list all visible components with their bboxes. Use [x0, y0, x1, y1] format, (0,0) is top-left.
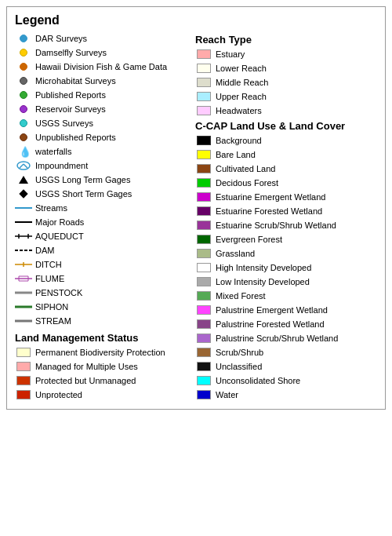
aqueduct-icon	[15, 230, 32, 242]
damselfly-icon	[15, 46, 32, 59]
palustrine-scrub-icon	[195, 332, 212, 345]
list-item: AQUEDUCT	[15, 230, 195, 242]
list-item: FLUME	[15, 272, 195, 285]
list-item: Cultivated Land	[195, 162, 377, 175]
list-item: Water	[195, 388, 377, 401]
list-item: Palustrine Scrub/Shrub Wetland	[195, 332, 377, 345]
list-item: Palustrine Emergent Wetland	[195, 304, 377, 316]
middle-reach-icon	[195, 76, 212, 89]
protected-unmanaged-icon	[15, 374, 32, 387]
list-item: Protected but Unmanaged	[15, 374, 195, 387]
list-item: Unpublished Reports	[15, 131, 195, 144]
list-item: Scrub/Shrub	[195, 346, 377, 359]
list-item: Estuarine Forested Wetland	[195, 205, 377, 217]
usgs-short-term-icon	[15, 188, 32, 200]
list-item: Upper Reach	[195, 90, 377, 103]
list-item: Major Roads	[15, 216, 195, 228]
scrub-shrub-icon	[195, 346, 212, 359]
list-item: Middle Reach	[195, 76, 377, 89]
list-item: USGS Long Term Gages	[15, 173, 195, 186]
grassland-icon	[195, 247, 212, 260]
upper-reach-icon	[195, 90, 212, 103]
palustrine-emergent-icon	[195, 304, 212, 316]
managed-multiple-uses-icon	[15, 360, 32, 373]
list-item: Background	[195, 134, 377, 147]
unclassified-icon	[195, 360, 212, 373]
list-item: Unclassified	[195, 360, 377, 373]
microhabitat-icon	[15, 75, 32, 87]
impoundment-icon	[15, 159, 32, 172]
background-icon	[195, 134, 212, 147]
low-intensity-developed-icon	[195, 275, 212, 288]
list-item: DAR Surveys	[15, 32, 195, 45]
decidous-forest-icon	[195, 177, 212, 189]
legend-box: Legend DAR Surveys Damselfly Surveys Haw…	[6, 6, 386, 410]
list-item: Bare Land	[195, 148, 377, 161]
evergreen-forest-icon	[195, 233, 212, 246]
list-item: PENSTOCK	[15, 286, 195, 299]
flume-icon	[15, 272, 32, 285]
right-column: Reach Type Estuary Lower Reach Middle Re…	[195, 32, 377, 403]
svg-line-2	[20, 164, 24, 168]
estuarine-forested-icon	[195, 205, 212, 217]
list-item: USGS Surveys	[15, 117, 195, 129]
list-item: Lower Reach	[195, 62, 377, 75]
list-item: DAM	[15, 244, 195, 257]
estuary-icon	[195, 48, 212, 60]
list-item: Unconsolidated Shore	[195, 374, 377, 387]
unpublished-reports-icon	[15, 131, 32, 144]
hawaii-division-icon	[15, 60, 32, 73]
estuarine-scrub-icon	[195, 219, 212, 232]
list-item: SIPHON	[15, 301, 195, 313]
list-item: Managed for Multiple Uses	[15, 360, 195, 373]
list-item: Streams	[15, 202, 195, 214]
mixed-forest-icon	[195, 290, 212, 302]
list-item: High Intensity Developed	[195, 261, 377, 274]
estuarine-emergent-icon	[195, 191, 212, 203]
lower-reach-icon	[195, 62, 212, 75]
list-item: 💧 waterfalls	[15, 145, 195, 158]
list-item: DITCH	[15, 258, 195, 271]
bare-land-icon	[195, 148, 212, 161]
list-item: Published Reports	[15, 89, 195, 101]
published-reports-icon	[15, 89, 32, 101]
list-item: Permanent Biodiversity Protection	[15, 346, 195, 359]
ccap-title: C-CAP Land Use & Land Cover	[195, 120, 377, 132]
list-item: USGS Short Term Gages	[15, 188, 195, 200]
unconsolidated-shore-icon	[195, 374, 212, 387]
siphon-icon	[15, 301, 32, 313]
ditch-icon	[15, 258, 32, 271]
list-item: Impoundment	[15, 159, 195, 172]
svg-text:💧: 💧	[19, 145, 30, 158]
list-item: Low Intensity Developed	[195, 275, 377, 288]
permanent-biodiversity-icon	[15, 346, 32, 359]
stream-icon	[15, 315, 32, 327]
usgs-long-term-icon	[15, 173, 32, 186]
streams-icon	[15, 202, 32, 214]
list-item: Estuary	[195, 48, 377, 60]
waterfalls-icon: 💧	[15, 145, 32, 158]
penstock-icon	[15, 286, 32, 299]
reach-type-title: Reach Type	[195, 34, 377, 46]
list-item: Reservoir Surveys	[15, 103, 195, 115]
high-intensity-developed-icon	[195, 261, 212, 274]
list-item: Headwaters	[195, 104, 377, 117]
list-item: Grassland	[195, 247, 377, 260]
dam-icon	[15, 244, 32, 257]
left-column: DAR Surveys Damselfly Surveys Hawaii Div…	[15, 32, 195, 403]
list-item: Damselfly Surveys	[15, 46, 195, 59]
major-roads-icon	[15, 216, 32, 228]
svg-point-1	[17, 162, 30, 170]
water-icon	[195, 388, 212, 401]
list-item: Mixed Forest	[195, 290, 377, 302]
palustrine-forested-icon	[195, 318, 212, 330]
headwaters-icon	[195, 104, 212, 117]
lms-title: Land Management Status	[15, 332, 195, 344]
list-item: Evergreen Forest	[195, 233, 377, 246]
list-item: Unprotected	[15, 388, 195, 401]
reservoir-icon	[15, 103, 32, 115]
list-item: Hawaii Division Fish & Game Data	[15, 60, 195, 73]
usgs-surveys-icon	[15, 117, 32, 129]
list-item: Estuarine Emergent Wetland	[195, 191, 377, 203]
unprotected-icon	[15, 388, 32, 401]
